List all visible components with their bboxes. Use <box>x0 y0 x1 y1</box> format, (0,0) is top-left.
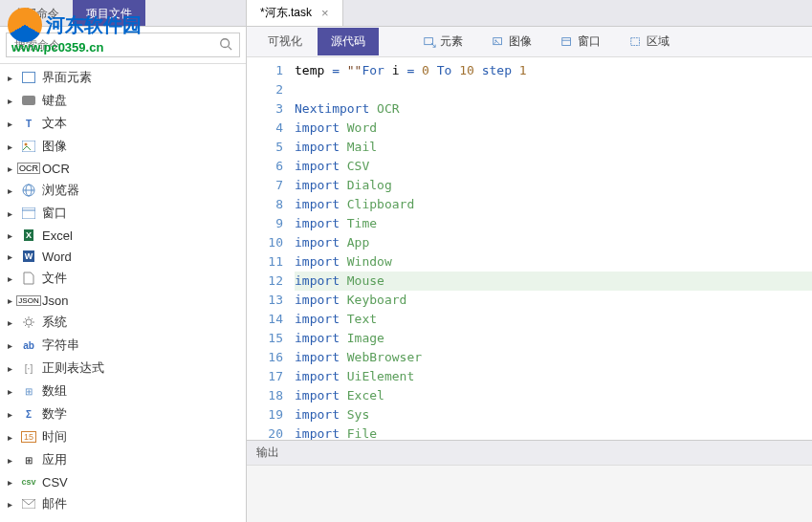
svg-point-3 <box>25 143 28 146</box>
line-number: 14 <box>247 310 283 329</box>
tool-window-label: 窗口 <box>578 33 601 50</box>
tree-item-text[interactable]: ▸T文本 <box>0 112 246 135</box>
keyboard-icon <box>21 93 36 108</box>
chevron-right-icon: ▸ <box>8 477 15 488</box>
code-line[interactable]: import Text <box>295 310 812 329</box>
region-icon <box>629 35 643 49</box>
sidebar: 全部命令 项目文件 ▸界面元素▸键盘▸T文本▸图像▸OCROCR▸浏览器▸窗口▸… <box>0 0 247 522</box>
element-icon <box>423 35 436 49</box>
tree-item-browser[interactable]: ▸浏览器 <box>0 179 246 202</box>
tree-item-label: 界面元素 <box>42 69 92 86</box>
tree-item-label: 字符串 <box>42 337 79 354</box>
line-number: 11 <box>247 252 283 272</box>
tree-item-label: 键盘 <box>42 92 67 109</box>
code-line[interactable]: import File <box>295 424 812 440</box>
tree-item-math[interactable]: ▸Σ数学 <box>0 402 246 425</box>
code-line[interactable]: import Excel <box>295 386 812 405</box>
tool-region[interactable]: 区域 <box>620 30 679 54</box>
code-line[interactable]: import Mail <box>295 138 812 157</box>
tool-window[interactable]: 窗口 <box>551 30 610 54</box>
tree-item-file[interactable]: ▸文件 <box>0 267 246 290</box>
code-line[interactable]: import WebBrowser <box>295 348 812 367</box>
file-tab[interactable]: *河东.task × <box>247 0 343 26</box>
ocr-icon: OCR <box>21 161 36 176</box>
text-icon: T <box>21 116 36 131</box>
window-icon <box>560 35 574 49</box>
chevron-right-icon: ▸ <box>8 163 15 174</box>
search-input[interactable] <box>6 33 240 57</box>
chevron-right-icon: ▸ <box>8 73 15 83</box>
line-number: 5 <box>247 138 283 157</box>
code-line[interactable]: import App <box>295 233 812 252</box>
code-line[interactable]: Nextimport OCR <box>295 99 812 119</box>
csv-icon: csv <box>21 474 36 489</box>
tree-item-label: CSV <box>42 475 68 489</box>
chevron-right-icon: ▸ <box>8 363 15 374</box>
view-tab-source[interactable]: 源代码 <box>318 28 379 55</box>
search-icon <box>219 37 232 51</box>
code-line[interactable]: import Window <box>295 252 812 272</box>
tree-item-mail[interactable]: ▸邮件 <box>0 492 246 515</box>
tree-item-word[interactable]: ▸WWord <box>0 246 246 267</box>
tree-item-system[interactable]: ▸系统 <box>0 311 246 334</box>
code-line[interactable]: import Image <box>295 329 812 348</box>
sidebar-tab-project[interactable]: 项目文件 <box>73 0 145 26</box>
tree-item-keyboard[interactable]: ▸键盘 <box>0 89 246 112</box>
string-icon: ab <box>21 337 36 353</box>
sidebar-tab-commands[interactable]: 全部命令 <box>0 0 73 26</box>
tree-item-app[interactable]: ▸⊞应用 <box>0 448 246 471</box>
chevron-right-icon: ▸ <box>8 455 15 466</box>
tree-item-label: 系统 <box>42 314 67 331</box>
code-line[interactable]: import Dialog <box>295 176 812 195</box>
tool-element[interactable]: 元素 <box>413 30 472 54</box>
chevron-right-icon: ▸ <box>8 251 15 262</box>
code-content[interactable]: temp = ""For i = 0 To 10 step 1Nextimpor… <box>295 57 812 440</box>
line-number: 17 <box>247 367 283 386</box>
chevron-right-icon: ▸ <box>8 273 15 284</box>
tree-item-window[interactable]: ▸窗口 <box>0 202 246 225</box>
output-header[interactable]: 输出 <box>247 441 812 466</box>
tree-item-label: 文本 <box>42 115 67 132</box>
code-line[interactable] <box>295 80 812 99</box>
tool-element-label: 元素 <box>440 33 463 50</box>
chevron-right-icon: ▸ <box>8 409 15 420</box>
chevron-right-icon: ▸ <box>8 208 15 219</box>
svg-line-1 <box>229 47 232 51</box>
tree-item-excel[interactable]: ▸XExcel <box>0 225 246 246</box>
line-gutter: 1234567891011121314151617181920 <box>247 57 295 440</box>
tree-item-string[interactable]: ▸ab字符串 <box>0 334 246 357</box>
file-tab-name: *河东.task <box>260 5 312 21</box>
tree-item-regex[interactable]: ▸[·]正则表达式 <box>0 357 246 380</box>
tree-item-time[interactable]: ▸15时间 <box>0 425 246 448</box>
line-number: 13 <box>247 291 283 310</box>
line-number: 18 <box>247 386 283 405</box>
mail-icon <box>21 496 36 511</box>
code-line[interactable]: import CSV <box>295 157 812 176</box>
code-line[interactable]: import Sys <box>295 405 812 424</box>
main-area: *河东.task × 可视化 源代码 元素 图像 窗口 区域 <box>247 0 812 522</box>
code-line[interactable]: temp = ""For i = 0 To 10 step 1 <box>295 61 812 80</box>
chevron-right-icon: ▸ <box>8 96 15 106</box>
code-line[interactable]: import Time <box>295 214 812 233</box>
code-line[interactable]: import Word <box>295 119 812 138</box>
tree-item-label: 文件 <box>42 270 67 287</box>
tree-item-array[interactable]: ▸⊞数组 <box>0 380 246 402</box>
code-line[interactable]: import UiElement <box>295 367 812 386</box>
line-number: 10 <box>247 233 283 252</box>
code-line[interactable]: import Keyboard <box>295 291 812 310</box>
tree-item-ocr[interactable]: ▸OCROCR <box>0 158 246 179</box>
line-number: 3 <box>247 99 283 119</box>
code-line[interactable]: import Clipboard <box>295 195 812 214</box>
tree-item-csv[interactable]: ▸csvCSV <box>0 471 246 492</box>
code-line[interactable]: import Mouse <box>295 272 812 291</box>
close-icon[interactable]: × <box>321 6 329 20</box>
view-tab-visual[interactable]: 可视化 <box>254 28 316 55</box>
tree-item-label: 数学 <box>42 405 67 423</box>
tree-item-ui[interactable]: ▸界面元素 <box>0 66 246 89</box>
code-editor[interactable]: 1234567891011121314151617181920 temp = "… <box>247 57 812 440</box>
ui-icon <box>21 70 36 85</box>
tree-item-label: 窗口 <box>42 205 67 222</box>
tree-item-json[interactable]: ▸JSONJson <box>0 290 246 311</box>
tree-item-image[interactable]: ▸图像 <box>0 135 246 158</box>
tool-image[interactable]: 图像 <box>482 30 541 54</box>
